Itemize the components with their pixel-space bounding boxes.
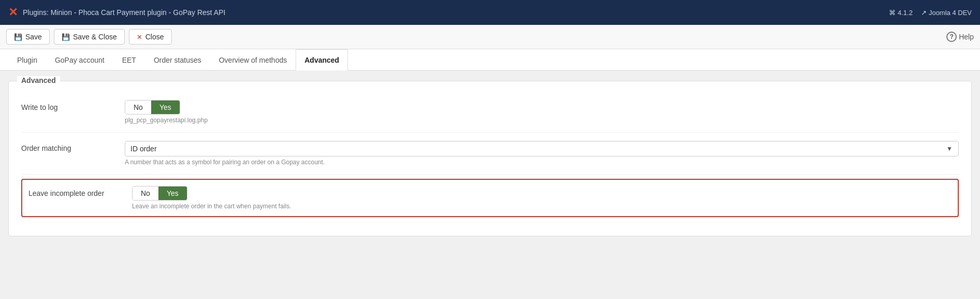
order-matching-select-wrapper: ID order Variable symbol ▼ [125, 141, 959, 156]
tabs-bar: Plugin GoPay account EET Order statuses … [0, 49, 980, 70]
save-close-icon: 💾 [62, 33, 70, 41]
leave-incomplete-order-inner: Leave incomplete order No Yes Leave an i… [28, 186, 952, 210]
navbar-right: ⌘ 4.1.2 ↗ Joomla 4 DEV [889, 9, 972, 17]
navbar: ✕ Plugins: Minion - Phoca Cart Payment p… [0, 0, 980, 25]
tab-overview-of-methods[interactable]: Overview of methods [210, 49, 296, 70]
leave-incomplete-order-no-button[interactable]: No [133, 187, 158, 200]
joomla-link[interactable]: ↗ Joomla 4 DEV [921, 9, 972, 17]
close-icon: ✕ [137, 33, 142, 41]
version-label: ⌘ 4.1.2 [889, 9, 913, 17]
tab-advanced[interactable]: Advanced [296, 49, 348, 70]
close-button[interactable]: ✕ Close [129, 29, 172, 45]
section-title: Advanced [17, 76, 60, 84]
write-to-log-yes-button[interactable]: Yes [151, 101, 180, 114]
save-icon: 💾 [14, 33, 22, 41]
advanced-section: Advanced Write to log No Yes plg_pcp_gop… [8, 81, 972, 236]
toolbar-buttons: 💾 Save 💾 Save & Close ✕ Close [6, 29, 172, 45]
page-title: Plugins: Minion - Phoca Cart Payment plu… [23, 8, 225, 17]
order-matching-control: ID order Variable symbol ▼ A number that… [125, 141, 959, 166]
tab-gopay-account[interactable]: GoPay account [46, 49, 113, 70]
order-matching-hint: A number that acts as a symbol for pairi… [125, 159, 959, 166]
tab-plugin[interactable]: Plugin [8, 49, 46, 70]
save-button[interactable]: 💾 Save [6, 29, 50, 45]
save-close-button[interactable]: 💾 Save & Close [54, 29, 125, 45]
write-to-log-hint: plg_pcp_gopayrestapi.log.php [125, 117, 959, 124]
tab-order-statuses[interactable]: Order statuses [145, 49, 210, 70]
order-matching-select[interactable]: ID order Variable symbol [125, 141, 959, 156]
write-to-log-label: Write to log [21, 100, 125, 111]
write-to-log-no-button[interactable]: No [125, 101, 151, 114]
leave-incomplete-order-toggle: No Yes [132, 186, 187, 201]
navbar-left: ✕ Plugins: Minion - Phoca Cart Payment p… [8, 6, 225, 19]
help-section: ? Help [946, 32, 974, 42]
leave-incomplete-order-control: No Yes Leave an incomplete order in the … [132, 186, 952, 210]
leave-incomplete-order-hint: Leave an incomplete order in the cart wh… [132, 203, 952, 210]
help-label: Help [959, 33, 974, 41]
leave-incomplete-order-yes-button[interactable]: Yes [158, 187, 187, 200]
write-to-log-control: No Yes plg_pcp_gopayrestapi.log.php [125, 100, 959, 124]
leave-incomplete-order-label: Leave incomplete order [28, 186, 132, 197]
joomla-logo-icon: ✕ [8, 6, 18, 19]
external-link-icon: ↗ [921, 9, 927, 17]
order-matching-label: Order matching [21, 141, 125, 152]
leave-incomplete-order-row: Leave incomplete order No Yes Leave an i… [21, 179, 959, 217]
tab-eet[interactable]: EET [113, 49, 145, 70]
order-matching-row: Order matching ID order Variable symbol … [21, 133, 959, 175]
main-content: Advanced Write to log No Yes plg_pcp_gop… [0, 70, 980, 299]
write-to-log-row: Write to log No Yes plg_pcp_gopayrestapi… [21, 92, 959, 133]
toolbar: 💾 Save 💾 Save & Close ✕ Close ? Help [0, 25, 980, 49]
write-to-log-toggle: No Yes [125, 100, 180, 115]
help-icon: ? [946, 32, 957, 42]
